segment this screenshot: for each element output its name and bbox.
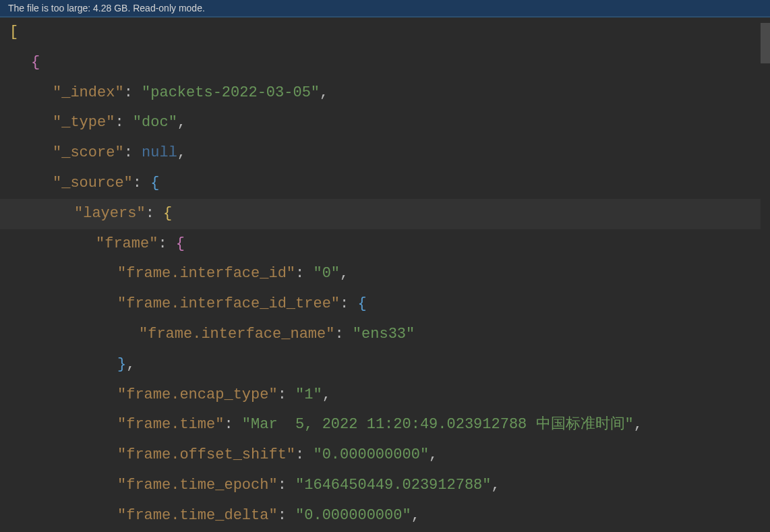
code-line: "frame.offset_shift": "0.000000000",	[0, 440, 770, 471]
code-line: {	[0, 48, 770, 78]
json-key: "frame"	[96, 235, 158, 252]
colon: :	[295, 446, 313, 463]
colon: :	[340, 295, 357, 312]
comma: ,	[177, 114, 186, 131]
brace-open: {	[163, 205, 172, 222]
json-value: "0"	[313, 265, 340, 282]
json-key: "frame.interface_id_tree"	[117, 295, 340, 312]
code-line: "frame.time": "Mar 5, 2022 11:20:49.0239…	[0, 410, 770, 440]
brace-open: {	[150, 175, 159, 191]
colon: :	[334, 326, 352, 343]
comma: ,	[411, 507, 420, 524]
colon: :	[224, 416, 241, 433]
comma: ,	[322, 386, 331, 403]
json-key: "_type"	[53, 114, 115, 131]
json-key: "frame.encap_type"	[117, 386, 278, 403]
colon: :	[124, 84, 142, 101]
colon: :	[115, 114, 132, 131]
json-value: "1"	[295, 386, 322, 403]
notification-bar: The file is too large: 4.28 GB. Read-onl…	[0, 0, 770, 18]
json-key: "_score"	[53, 144, 124, 161]
json-key: "_source"	[53, 175, 133, 191]
code-line: "frame.interface_id": "0",	[0, 259, 770, 289]
json-key: "frame.interface_id"	[117, 265, 295, 282]
brace-close: }	[117, 356, 126, 373]
brace-open: {	[357, 295, 366, 312]
code-line: "frame.time_epoch": "1646450449.02391278…	[0, 471, 770, 501]
colon: :	[124, 144, 142, 161]
json-value: "doc"	[133, 114, 177, 131]
code-line: "_score": null,	[0, 138, 770, 169]
comma: ,	[492, 477, 500, 494]
brace-open: {	[31, 54, 40, 71]
json-value: "packets-2022-03-05"	[142, 84, 320, 101]
colon: :	[278, 386, 295, 403]
json-key: "frame.interface_name"	[139, 326, 334, 343]
colon: :	[146, 205, 163, 222]
code-line: "_index": "packets-2022-03-05",	[0, 78, 770, 109]
comma: ,	[340, 265, 349, 282]
code-line: [	[0, 18, 770, 48]
scrollbar-thumb[interactable]	[761, 23, 770, 63]
colon: :	[158, 235, 175, 252]
json-value: "1646450449.023912788"	[295, 477, 491, 494]
comma: ,	[634, 416, 643, 433]
comma: ,	[126, 356, 135, 373]
colon: :	[278, 477, 295, 494]
code-line: "_source": {	[0, 169, 770, 199]
code-line: "frame": {	[0, 229, 770, 260]
json-key: "_index"	[53, 84, 124, 101]
code-line-highlighted: "layers": {	[0, 199, 770, 229]
colon: :	[295, 265, 313, 282]
json-key: "frame.offset_shift"	[117, 446, 295, 463]
json-value: "0.000000000"	[313, 446, 429, 463]
code-line: "frame.interface_name": "ens33"	[0, 320, 770, 350]
json-key: "frame.time_epoch"	[117, 477, 278, 494]
json-value: "ens33"	[353, 326, 415, 343]
json-value: "0.000000000"	[295, 507, 411, 524]
colon: :	[278, 507, 295, 524]
brace-open: {	[176, 235, 185, 252]
comma: ,	[320, 84, 328, 101]
json-key: "frame.time_delta"	[117, 507, 278, 524]
colon: :	[133, 175, 150, 191]
json-null: null	[142, 144, 177, 161]
comma: ,	[429, 446, 438, 463]
bracket-open: [	[9, 24, 18, 40]
code-line: "frame.interface_id_tree": {	[0, 289, 770, 320]
json-key: "layers"	[74, 205, 146, 222]
code-line: },	[0, 350, 770, 380]
code-line: "frame.time_delta": "0.000000000",	[0, 501, 770, 531]
notification-text: The file is too large: 4.28 GB. Read-onl…	[8, 3, 205, 13]
code-line: "frame.encap_type": "1",	[0, 380, 770, 411]
vertical-scrollbar[interactable]	[761, 23, 770, 532]
editor-area[interactable]: [ { "_index": "packets-2022-03-05", "_ty…	[0, 18, 770, 531]
comma: ,	[177, 144, 186, 161]
json-key: "frame.time"	[117, 416, 224, 433]
json-value: "Mar 5, 2022 11:20:49.023912788 中国标准时间"	[242, 416, 634, 433]
code-line: "_type": "doc",	[0, 108, 770, 138]
